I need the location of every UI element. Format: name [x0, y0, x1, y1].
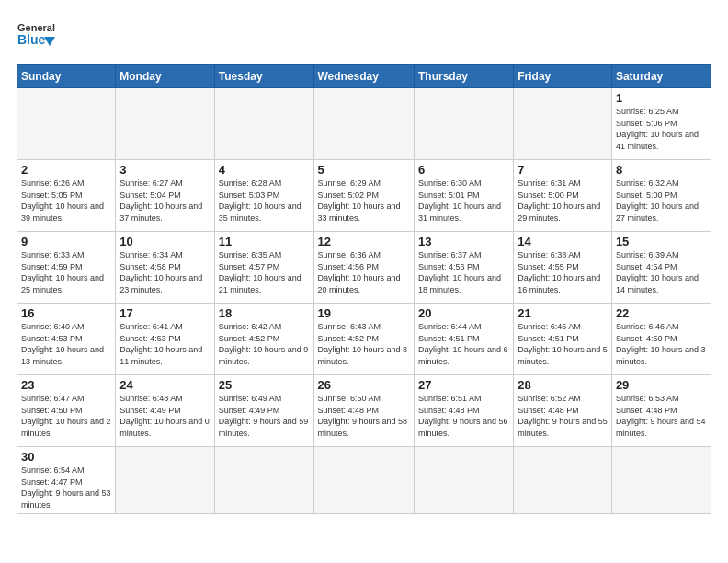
- calendar-cell: 15Sunrise: 6:39 AM Sunset: 4:54 PM Dayli…: [611, 232, 711, 304]
- day-header-saturday: Saturday: [611, 65, 711, 88]
- day-number: 14: [518, 235, 608, 248]
- calendar-cell: 19Sunrise: 6:43 AM Sunset: 4:52 PM Dayli…: [313, 304, 414, 375]
- day-info: Sunrise: 6:29 AM Sunset: 5:02 PM Dayligh…: [318, 178, 410, 224]
- calendar: SundayMondayTuesdayWednesdayThursdayFrid…: [17, 64, 711, 514]
- svg-text:Blue: Blue: [17, 32, 46, 47]
- calendar-cell: 3Sunrise: 6:27 AM Sunset: 5:04 PM Daylig…: [116, 160, 214, 232]
- day-number: 15: [616, 235, 707, 248]
- day-number: 5: [318, 163, 410, 177]
- day-info: Sunrise: 6:32 AM Sunset: 5:00 PM Dayligh…: [616, 178, 707, 224]
- calendar-header-row: SundayMondayTuesdayWednesdayThursdayFrid…: [17, 65, 711, 88]
- day-number: 9: [21, 235, 111, 248]
- day-number: 20: [418, 306, 509, 320]
- day-info: Sunrise: 6:36 AM Sunset: 4:56 PM Dayligh…: [318, 249, 410, 295]
- day-info: Sunrise: 6:54 AM Sunset: 4:47 PM Dayligh…: [21, 465, 111, 511]
- day-info: Sunrise: 6:26 AM Sunset: 5:05 PM Dayligh…: [21, 178, 111, 224]
- day-info: Sunrise: 6:37 AM Sunset: 4:56 PM Dayligh…: [418, 249, 509, 295]
- day-info: Sunrise: 6:52 AM Sunset: 4:48 PM Dayligh…: [518, 393, 608, 439]
- calendar-cell: 11Sunrise: 6:35 AM Sunset: 4:57 PM Dayli…: [214, 232, 313, 304]
- day-header-sunday: Sunday: [17, 65, 116, 88]
- day-number: 4: [219, 163, 310, 177]
- day-number: 30: [21, 450, 111, 464]
- calendar-cell: [116, 88, 214, 160]
- day-info: Sunrise: 6:42 AM Sunset: 4:52 PM Dayligh…: [219, 321, 310, 367]
- day-info: Sunrise: 6:49 AM Sunset: 4:49 PM Dayligh…: [219, 393, 310, 439]
- day-number: 25: [219, 378, 310, 392]
- day-info: Sunrise: 6:38 AM Sunset: 4:55 PM Dayligh…: [518, 249, 608, 295]
- day-number: 22: [616, 306, 707, 320]
- day-number: 6: [418, 163, 509, 177]
- calendar-cell: [414, 447, 513, 514]
- calendar-week-3: 9Sunrise: 6:33 AM Sunset: 4:59 PM Daylig…: [17, 232, 711, 304]
- calendar-cell: 1Sunrise: 6:25 AM Sunset: 5:06 PM Daylig…: [611, 88, 711, 160]
- day-header-monday: Monday: [116, 65, 214, 88]
- day-info: Sunrise: 6:30 AM Sunset: 5:01 PM Dayligh…: [418, 178, 509, 224]
- calendar-week-4: 16Sunrise: 6:40 AM Sunset: 4:53 PM Dayli…: [17, 304, 711, 375]
- day-number: 7: [518, 163, 608, 177]
- day-info: Sunrise: 6:53 AM Sunset: 4:48 PM Dayligh…: [616, 393, 707, 439]
- day-number: 2: [21, 163, 111, 177]
- day-info: Sunrise: 6:33 AM Sunset: 4:59 PM Dayligh…: [21, 249, 111, 295]
- calendar-cell: [514, 88, 612, 160]
- calendar-cell: 25Sunrise: 6:49 AM Sunset: 4:49 PM Dayli…: [214, 375, 313, 447]
- day-number: 1: [616, 91, 707, 105]
- day-number: 26: [318, 378, 410, 392]
- day-info: Sunrise: 6:28 AM Sunset: 5:03 PM Dayligh…: [219, 178, 310, 224]
- calendar-cell: [514, 447, 612, 514]
- day-number: 16: [21, 306, 111, 320]
- calendar-cell: 26Sunrise: 6:50 AM Sunset: 4:48 PM Dayli…: [313, 375, 414, 447]
- calendar-cell: 28Sunrise: 6:52 AM Sunset: 4:48 PM Dayli…: [514, 375, 612, 447]
- calendar-cell: 10Sunrise: 6:34 AM Sunset: 4:58 PM Dayli…: [116, 232, 214, 304]
- calendar-cell: 17Sunrise: 6:41 AM Sunset: 4:53 PM Dayli…: [116, 304, 214, 375]
- day-number: 3: [119, 163, 210, 177]
- day-number: 18: [219, 306, 310, 320]
- calendar-week-2: 2Sunrise: 6:26 AM Sunset: 5:05 PM Daylig…: [17, 160, 711, 232]
- calendar-cell: 2Sunrise: 6:26 AM Sunset: 5:05 PM Daylig…: [17, 160, 116, 232]
- calendar-cell: 20Sunrise: 6:44 AM Sunset: 4:51 PM Dayli…: [414, 304, 513, 375]
- calendar-cell: 5Sunrise: 6:29 AM Sunset: 5:02 PM Daylig…: [313, 160, 414, 232]
- day-number: 21: [518, 306, 608, 320]
- day-number: 27: [418, 378, 509, 392]
- calendar-cell: 16Sunrise: 6:40 AM Sunset: 4:53 PM Dayli…: [17, 304, 116, 375]
- calendar-week-5: 23Sunrise: 6:47 AM Sunset: 4:50 PM Dayli…: [17, 375, 711, 447]
- day-info: Sunrise: 6:40 AM Sunset: 4:53 PM Dayligh…: [21, 321, 111, 367]
- calendar-cell: 8Sunrise: 6:32 AM Sunset: 5:00 PM Daylig…: [611, 160, 711, 232]
- calendar-cell: 18Sunrise: 6:42 AM Sunset: 4:52 PM Dayli…: [214, 304, 313, 375]
- calendar-cell: 9Sunrise: 6:33 AM Sunset: 4:59 PM Daylig…: [17, 232, 116, 304]
- day-info: Sunrise: 6:48 AM Sunset: 4:49 PM Dayligh…: [119, 393, 210, 439]
- calendar-cell: 30Sunrise: 6:54 AM Sunset: 4:47 PM Dayli…: [17, 447, 116, 514]
- day-info: Sunrise: 6:50 AM Sunset: 4:48 PM Dayligh…: [318, 393, 410, 439]
- calendar-week-6: 30Sunrise: 6:54 AM Sunset: 4:47 PM Dayli…: [17, 447, 711, 514]
- calendar-cell: 21Sunrise: 6:45 AM Sunset: 4:51 PM Dayli…: [514, 304, 612, 375]
- day-info: Sunrise: 6:41 AM Sunset: 4:53 PM Dayligh…: [119, 321, 210, 367]
- day-header-friday: Friday: [514, 65, 612, 88]
- day-info: Sunrise: 6:44 AM Sunset: 4:51 PM Dayligh…: [418, 321, 509, 367]
- day-number: 11: [219, 235, 310, 248]
- logo-svg: General Blue: [17, 17, 55, 55]
- calendar-cell: [313, 88, 414, 160]
- calendar-cell: 6Sunrise: 6:30 AM Sunset: 5:01 PM Daylig…: [414, 160, 513, 232]
- calendar-cell: 27Sunrise: 6:51 AM Sunset: 4:48 PM Dayli…: [414, 375, 513, 447]
- day-number: 24: [119, 378, 210, 392]
- calendar-cell: [414, 88, 513, 160]
- day-info: Sunrise: 6:46 AM Sunset: 4:50 PM Dayligh…: [616, 321, 707, 367]
- calendar-cell: [214, 88, 313, 160]
- day-info: Sunrise: 6:47 AM Sunset: 4:50 PM Dayligh…: [21, 393, 111, 439]
- calendar-cell: 23Sunrise: 6:47 AM Sunset: 4:50 PM Dayli…: [17, 375, 116, 447]
- day-info: Sunrise: 6:45 AM Sunset: 4:51 PM Dayligh…: [518, 321, 608, 367]
- day-number: 19: [318, 306, 410, 320]
- calendar-cell: [214, 447, 313, 514]
- calendar-cell: 12Sunrise: 6:36 AM Sunset: 4:56 PM Dayli…: [313, 232, 414, 304]
- day-info: Sunrise: 6:51 AM Sunset: 4:48 PM Dayligh…: [418, 393, 509, 439]
- day-number: 23: [21, 378, 111, 392]
- day-info: Sunrise: 6:35 AM Sunset: 4:57 PM Dayligh…: [219, 249, 310, 295]
- calendar-cell: [116, 447, 214, 514]
- day-info: Sunrise: 6:39 AM Sunset: 4:54 PM Dayligh…: [616, 249, 707, 295]
- logo: General Blue: [17, 17, 55, 55]
- day-number: 8: [616, 163, 707, 177]
- calendar-cell: 24Sunrise: 6:48 AM Sunset: 4:49 PM Dayli…: [116, 375, 214, 447]
- day-number: 17: [119, 306, 210, 320]
- calendar-cell: [313, 447, 414, 514]
- day-header-thursday: Thursday: [414, 65, 513, 88]
- day-number: 29: [616, 378, 707, 392]
